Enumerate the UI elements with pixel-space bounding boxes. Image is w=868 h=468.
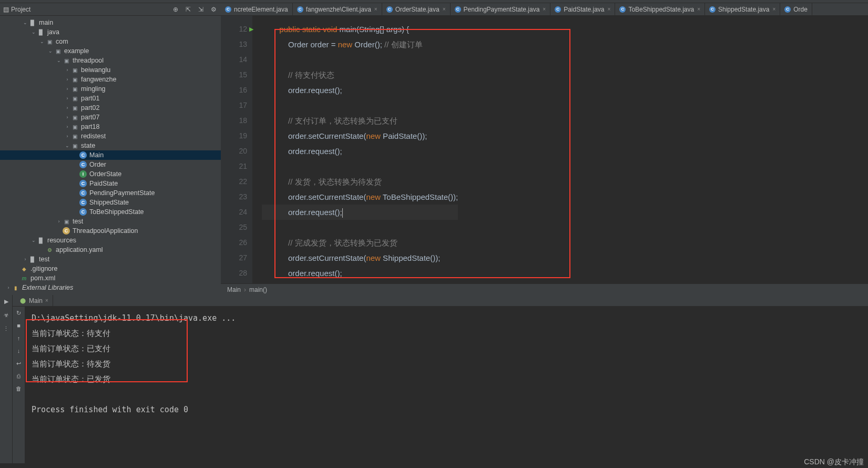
tree-item-state[interactable]: ⌄▣state bbox=[0, 141, 221, 150]
tree-item-test[interactable]: ›▉test bbox=[0, 255, 221, 264]
tree-item-paidstate[interactable]: CPaidState bbox=[0, 179, 221, 188]
watermark: CSDN @皮卡冲撞 bbox=[804, 457, 864, 467]
tree-item-tobeshippedstate[interactable]: CToBeShippedState bbox=[0, 207, 221, 217]
tree-item-main[interactable]: CMain bbox=[0, 150, 221, 160]
tree-item-external-libraries[interactable]: ›▮External Libraries bbox=[0, 283, 221, 292]
console-output[interactable]: D:\javaSetting\jdk-11.0.17\bin\java.exe … bbox=[25, 307, 868, 463]
tree-item-java[interactable]: ⌄▉java bbox=[0, 27, 221, 37]
tree-item-label: threadpool bbox=[73, 57, 104, 64]
tree-item-part18[interactable]: ›▣part18 bbox=[0, 122, 221, 131]
tab-label: fangwenzhe\Client.java bbox=[306, 6, 371, 13]
tree-item-threadpoolapplication[interactable]: CThreadpoolApplication bbox=[0, 226, 221, 236]
project-sidebar: ▤ Project ⊕⇱⇲⚙ ⌄▉main⌄▉java⌄▣com⌄▣exampl… bbox=[0, 3, 221, 295]
tree-item-part07[interactable]: ›▣part07 bbox=[0, 113, 221, 122]
run-toolbar[interactable]: ↻■↑↓↩⎙🗑 bbox=[13, 307, 25, 463]
tree-item-label: main bbox=[39, 19, 53, 26]
expand-icon[interactable]: › bbox=[64, 105, 70, 110]
trash-icon[interactable]: 🗑 bbox=[15, 384, 23, 393]
close-icon[interactable]: × bbox=[45, 298, 48, 303]
editor-tab[interactable]: CncreteElement.java bbox=[221, 3, 293, 15]
expand-icon[interactable]: ⌄ bbox=[30, 29, 37, 35]
editor-tab[interactable]: CToBeShippedState.java× bbox=[615, 3, 705, 15]
up-icon[interactable]: ↑ bbox=[15, 334, 23, 342]
expand-icon[interactable]: › bbox=[64, 67, 70, 73]
run-gutter-icon[interactable]: ▶ bbox=[249, 22, 253, 37]
tree-item-pom-xml[interactable]: mpom.xml bbox=[0, 273, 221, 283]
close-icon[interactable]: × bbox=[697, 6, 700, 12]
editor-tab[interactable]: CPaidState.java× bbox=[550, 3, 615, 15]
print-icon[interactable]: ⎙ bbox=[15, 372, 23, 380]
wrap-icon[interactable]: ↩ bbox=[15, 359, 23, 368]
expand-icon[interactable]: › bbox=[64, 96, 70, 101]
run-tabs[interactable]: ⬤ Main × bbox=[13, 295, 868, 307]
down-icon[interactable]: ↓ bbox=[15, 347, 23, 355]
dots-icon[interactable]: ⋮ bbox=[2, 324, 11, 333]
expand-icon[interactable]: ⌄ bbox=[64, 143, 70, 148]
close-icon[interactable]: × bbox=[443, 6, 446, 12]
tree-item-part01[interactable]: ›▣part01 bbox=[0, 94, 221, 103]
target-icon[interactable]: ⊕ bbox=[171, 5, 180, 14]
tree-item-part02[interactable]: ›▣part02 bbox=[0, 103, 221, 113]
close-icon[interactable]: × bbox=[374, 6, 377, 12]
editor-area: CncreteElement.javaCfangwenzhe\Client.ja… bbox=[221, 3, 868, 295]
tree-item-threadpool[interactable]: ⌄▣threadpool bbox=[0, 56, 221, 65]
editor-tab[interactable]: Cfangwenzhe\Client.java× bbox=[293, 3, 382, 15]
file-icon: C bbox=[225, 6, 231, 13]
expand-icon[interactable]: ⌄ bbox=[22, 20, 28, 25]
project-panel-header: ▤ Project ⊕⇱⇲⚙ bbox=[0, 3, 221, 16]
tree-item-example[interactable]: ⌄▣example bbox=[0, 46, 221, 56]
file-icon: C bbox=[555, 6, 561, 13]
tree-item--gitignore[interactable]: ◆.gitignore bbox=[0, 264, 221, 273]
editor-tab[interactable]: CPendingPaymentState.java× bbox=[451, 3, 551, 15]
tree-item-shippedstate[interactable]: CShippedState bbox=[0, 198, 221, 207]
tree-item-redistest[interactable]: ›▣redistest bbox=[0, 131, 221, 141]
tree-item-com[interactable]: ⌄▣com bbox=[0, 37, 221, 46]
tree-item-test[interactable]: ›▣test bbox=[0, 217, 221, 226]
editor-tab[interactable]: CShippedState.java× bbox=[705, 3, 780, 15]
tree-item-beiwanglu[interactable]: ›▣beiwanglu bbox=[0, 65, 221, 75]
tree-item-order[interactable]: COrder bbox=[0, 160, 221, 169]
tree-item-mingling[interactable]: ›▣mingling bbox=[0, 84, 221, 94]
collapse-icon[interactable]: ⇲ bbox=[197, 5, 205, 14]
expand-icon[interactable]: ⇱ bbox=[184, 5, 192, 14]
run-left-controls[interactable]: un: ▶☣⋮ bbox=[0, 295, 13, 463]
tree-item-label: redistest bbox=[81, 133, 106, 140]
expand-icon[interactable]: › bbox=[64, 115, 70, 120]
breadcrumb[interactable]: Main › main() bbox=[221, 283, 868, 295]
expand-icon[interactable]: ⌄ bbox=[30, 238, 37, 243]
stop-icon[interactable]: ■ bbox=[15, 321, 23, 330]
editor-tab[interactable]: COrderState.java× bbox=[382, 3, 451, 15]
expand-icon[interactable]: › bbox=[56, 219, 62, 224]
bug-icon[interactable]: ☣ bbox=[2, 311, 11, 319]
run-tab-main[interactable]: ⬤ Main × bbox=[16, 295, 53, 306]
tree-item-pendingpaymentstate[interactable]: CPendingPaymentState bbox=[0, 188, 221, 198]
tree-item-orderstate[interactable]: IOrderState bbox=[0, 169, 221, 179]
editor-tabs[interactable]: CncreteElement.javaCfangwenzhe\Client.ja… bbox=[221, 3, 868, 16]
code-editor[interactable]: 12▶13141516171819202122232425262728 publ… bbox=[221, 16, 868, 283]
tree-item-fangwenzhe[interactable]: ›▣fangwenzhe bbox=[0, 75, 221, 84]
gear-icon[interactable]: ⚙ bbox=[209, 5, 218, 14]
expand-icon[interactable]: › bbox=[5, 285, 12, 290]
close-icon[interactable]: × bbox=[608, 6, 611, 12]
tree-item-label: pom.xml bbox=[30, 274, 55, 282]
rerun-icon[interactable]: ↻ bbox=[15, 309, 23, 317]
tree-item-label: .gitignore bbox=[30, 265, 57, 272]
tree-item-main[interactable]: ⌄▉main bbox=[0, 18, 221, 27]
tree-item-application-yaml[interactable]: ⚙application.yaml bbox=[0, 245, 221, 255]
expand-icon[interactable]: › bbox=[64, 77, 70, 82]
close-icon[interactable]: × bbox=[772, 6, 775, 12]
expand-icon[interactable]: › bbox=[22, 257, 28, 262]
tree-item-resources[interactable]: ⌄▉resources bbox=[0, 236, 221, 245]
project-tree[interactable]: ⌄▉main⌄▉java⌄▣com⌄▣example⌄▣threadpool›▣… bbox=[0, 16, 221, 295]
expand-icon[interactable]: › bbox=[64, 86, 70, 91]
expand-icon[interactable]: ⌄ bbox=[39, 39, 45, 44]
tree-item-label: Order bbox=[89, 161, 106, 168]
close-icon[interactable]: × bbox=[543, 6, 546, 12]
expand-icon[interactable]: ⌄ bbox=[56, 58, 62, 63]
expand-icon[interactable]: › bbox=[64, 124, 70, 129]
expand-icon[interactable]: › bbox=[64, 134, 70, 139]
code[interactable]: public static void main(String[] args) {… bbox=[252, 16, 458, 283]
run-icon[interactable]: ▶ bbox=[2, 297, 11, 306]
expand-icon[interactable]: ⌄ bbox=[47, 48, 54, 54]
editor-tab[interactable]: COrde bbox=[780, 3, 812, 15]
